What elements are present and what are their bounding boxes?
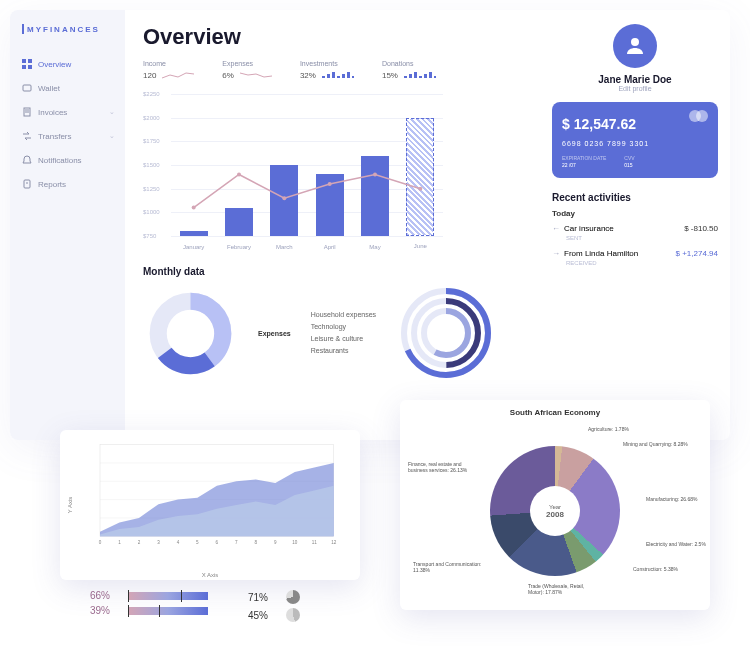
svg-rect-10 [322,76,325,78]
activity-item[interactable]: ←Car insurance$ -810.50 [552,222,718,235]
gauge-row: 66%39%71%45% [90,590,300,622]
page-title: Overview [143,24,522,50]
svg-rect-21 [424,74,427,78]
svg-rect-4 [23,85,31,91]
area-chart-card: 0123456789101112 X Axis Y Axis [60,430,360,580]
svg-text:6: 6 [216,540,219,545]
svg-rect-3 [28,65,32,69]
clipboard-icon [22,179,32,189]
svg-rect-22 [429,72,432,78]
svg-rect-12 [332,72,335,78]
pie-label: Finance, real estate and business servic… [408,461,478,473]
app-logo: MYFINANCES [22,24,125,34]
svg-rect-1 [28,59,32,63]
bar-january[interactable]: January [180,231,208,236]
kpi-income: Income120 [143,60,194,80]
gauge: 45% [248,608,300,622]
credit-card[interactable]: $ 12,547.62 6698 0236 7899 3301 EXPIRATI… [552,102,718,178]
pie-label: Manufacturing: 26.68% [646,496,716,502]
grid-icon [22,59,32,69]
svg-text:7: 7 [235,540,238,545]
sidebar: MYFINANCES OverviewWalletInvoices⌄Transf… [10,10,125,440]
svg-rect-0 [22,59,26,63]
arrow-right-icon: → [552,249,560,258]
bar-may[interactable]: May [361,156,389,236]
x-axis-label: X Axis [202,572,219,578]
user-name: Jane Marie Doe [598,74,671,85]
donut-label: Expenses [258,330,291,337]
pie-title: South African Economy [408,408,702,417]
svg-text:1: 1 [118,540,121,545]
svg-rect-14 [342,74,345,78]
pie-label: Agriculture: 1.78% [588,426,658,432]
bar-february[interactable]: February [225,208,253,236]
svg-rect-13 [337,76,340,78]
svg-rect-2 [22,65,26,69]
area-chart: 0123456789101112 [70,440,350,550]
sidebar-item-wallet[interactable]: Wallet [22,76,125,100]
recent-activities: Recent activities Today ←Car insurance$ … [552,192,718,272]
activity-item[interactable]: →From Linda Hamilton$ +1,274.94 [552,247,718,260]
invoice-icon [22,107,32,117]
svg-text:12: 12 [331,540,337,545]
svg-rect-18 [409,74,412,78]
svg-rect-20 [419,76,422,78]
bar-march[interactable]: March [270,165,298,236]
svg-text:10: 10 [292,540,298,545]
gauge: 66% [90,590,208,601]
chevron-down-icon: ⌄ [109,132,115,140]
kpi-donations: Donations15% [382,60,436,80]
sidebar-item-notifications[interactable]: Notifications [22,148,125,172]
svg-rect-17 [404,76,407,78]
arrow-left-icon: ← [552,224,560,233]
sidebar-item-reports[interactable]: Reports [22,172,125,196]
svg-rect-16 [352,76,354,78]
svg-rect-19 [414,72,417,78]
monthly-section: Monthly data Expenses Household expenses… [143,266,522,383]
svg-rect-23 [434,76,436,78]
gauge: 71% [248,590,300,604]
svg-text:0: 0 [99,540,102,545]
right-panel: Jane Marie Doe Edit profile $ 12,547.62 … [540,10,730,440]
svg-text:3: 3 [157,540,160,545]
bar-june[interactable]: June [406,118,434,236]
pie-label: Transport and Communication: 11.38% [413,561,483,573]
legend-item: Restaurants [311,345,376,357]
sidebar-item-overview[interactable]: Overview [22,52,125,76]
dashboard: MYFINANCES OverviewWalletInvoices⌄Transf… [10,10,730,440]
transfer-icon [22,131,32,141]
card-balance: $ 12,547.62 [562,116,708,132]
mastercard-icon [689,110,708,122]
legend-item: Leisure & culture [311,333,376,345]
legend: Household expensesTechnologyLeisure & cu… [311,309,376,357]
svg-text:11: 11 [312,540,318,545]
svg-rect-8 [24,180,30,188]
main-panel: Overview Income120Expenses6%Investments3… [125,10,540,440]
edit-profile-link[interactable]: Edit profile [618,85,651,92]
pie-chart-card: South African Economy Year2008 Agricultu… [400,400,710,610]
recent-title: Recent activities [552,192,718,203]
y-axis-label: Y Axis [67,497,73,514]
wallet-icon [22,83,32,93]
pie-label: Mining and Quarrying: 8.28% [623,441,693,447]
svg-text:4: 4 [177,540,180,545]
bar-april[interactable]: April [316,174,344,236]
gauge: 39% [90,605,208,616]
bar-chart: $2250$2000$1750$1500$1250$1000$750 Janua… [143,94,443,254]
svg-text:5: 5 [196,540,199,545]
sidebar-item-transfers[interactable]: Transfers⌄ [22,124,125,148]
legend-item: Household expenses [311,309,376,321]
avatar[interactable] [613,24,657,68]
legend-item: Technology [311,321,376,333]
monthly-title: Monthly data [143,266,522,277]
kpi-expenses: Expenses6% [222,60,272,80]
sidebar-item-invoices[interactable]: Invoices⌄ [22,100,125,124]
svg-text:9: 9 [274,540,277,545]
card-number: 6698 0236 7899 3301 [562,140,708,147]
pie-label: Trade (Wholesale, Retail, Motor): 17.87% [528,583,598,595]
svg-text:2: 2 [138,540,141,545]
radial-chart [396,283,496,383]
expenses-donut [143,286,238,381]
pie-label: Construction: 5.38% [633,566,703,572]
svg-rect-15 [347,72,350,78]
